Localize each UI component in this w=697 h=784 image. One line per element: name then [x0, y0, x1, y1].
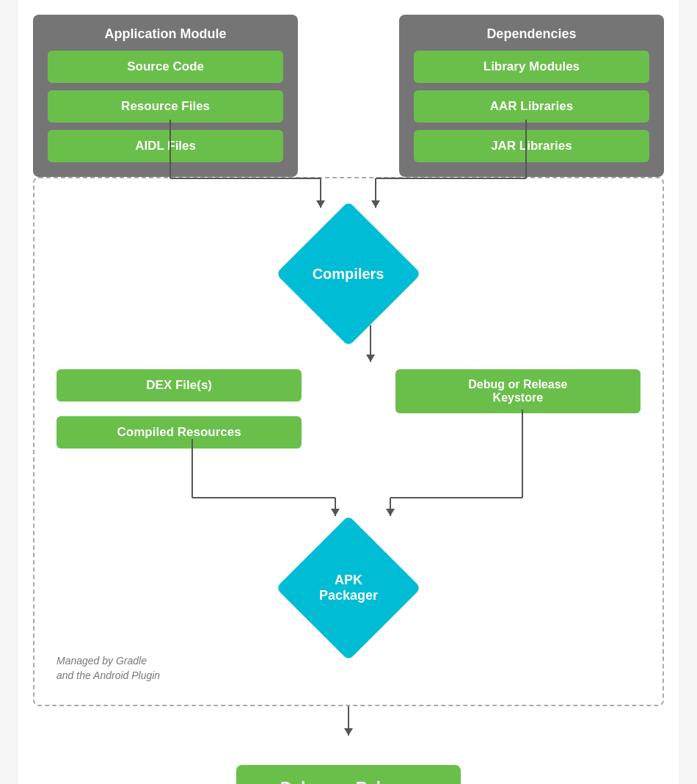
- diagram-container: Application Module Source Code Resource …: [18, 0, 679, 784]
- right-col: Debug or Release Keystore: [395, 369, 641, 413]
- dex-files-item: DEX File(s): [56, 369, 302, 402]
- left-col: DEX File(s) Compiled Resources: [56, 369, 302, 449]
- resource-files-item: Resource Files: [48, 90, 283, 123]
- aidl-files-item: AIDL Files: [48, 130, 283, 162]
- svg-marker-19: [344, 728, 353, 736]
- apk-packager-label: APKPackager: [319, 573, 378, 603]
- app-module-title: Application Module: [48, 26, 283, 42]
- source-code-item: Source Code: [48, 51, 283, 83]
- dependencies-title: Dependencies: [414, 26, 649, 42]
- compilers-area: Compilers: [56, 222, 641, 325]
- dependencies-box: Dependencies Library Modules AAR Librari…: [399, 15, 664, 177]
- dashed-section: Compilers DEX File(s) Compiled Resources…: [33, 177, 664, 706]
- apk-packager-diamond: APKPackager: [276, 515, 421, 661]
- output-arrow-svg: [334, 706, 363, 743]
- svg-marker-17: [386, 509, 395, 516]
- gradle-note-line1: Managed by Gradle: [56, 655, 147, 667]
- library-modules-item: Library Modules: [414, 51, 649, 83]
- aar-libraries-item: AAR Libraries: [414, 90, 649, 123]
- bottom-output: Debug or ReleaseDebug or Release APKAPK: [33, 765, 664, 784]
- compiled-resources-item: Compiled Resources: [56, 416, 302, 449]
- gradle-note-line2: and the Android Plugin: [56, 669, 160, 681]
- final-apk-button: Debug or ReleaseDebug or Release APKAPK: [236, 765, 461, 784]
- full-wrapper: Application Module Source Code Resource …: [33, 15, 664, 784]
- svg-marker-7: [371, 200, 380, 208]
- apk-packager-area: APKPackager: [56, 537, 641, 639]
- lower-content: DEX File(s) Compiled Resources Debug or …: [56, 369, 641, 449]
- application-module-box: Application Module Source Code Resource …: [33, 15, 298, 177]
- svg-marker-3: [316, 200, 325, 208]
- compilers-label: Compilers: [313, 266, 384, 283]
- keystore-item: Debug or Release Keystore: [395, 369, 641, 413]
- svg-marker-9: [366, 355, 375, 362]
- packager-to-output-arrow: [33, 706, 664, 743]
- top-section: Application Module Source Code Resource …: [33, 15, 664, 177]
- compilers-diamond: Compilers: [276, 201, 421, 346]
- svg-marker-13: [331, 509, 340, 516]
- jar-libraries-item: JAR Libraries: [414, 130, 649, 162]
